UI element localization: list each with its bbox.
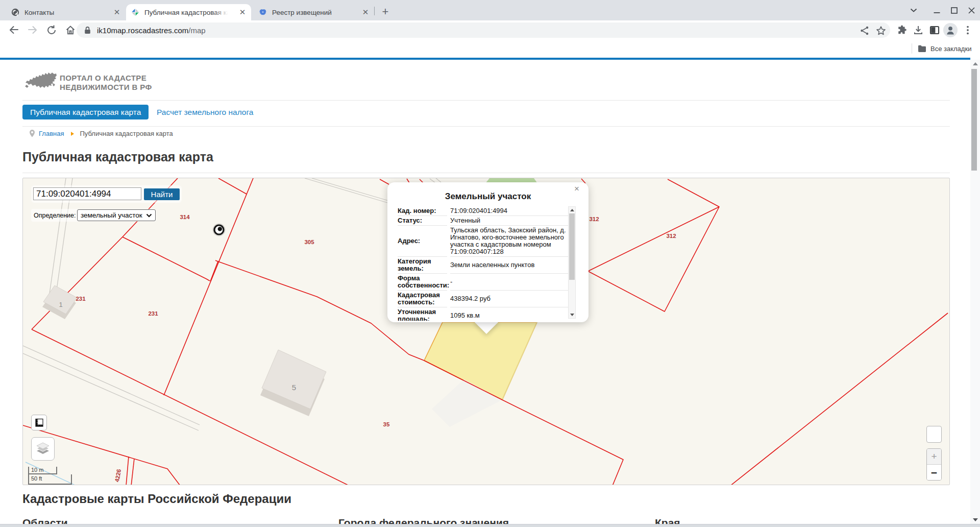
search-input[interactable] [33,187,141,200]
all-bookmarks-button[interactable]: Все закладки [918,40,971,58]
map-extra-button[interactable] [926,426,942,443]
measure-tool-button[interactable] [31,415,47,430]
parcel-label: 312 [589,216,599,222]
browser-menu-dots-icon[interactable] [960,22,976,38]
rosreestr-pinwheel-icon [131,8,139,16]
row-value: 71:09:020401:4994 [450,206,568,216]
parcel-label: 312 [666,233,676,239]
url-host: ik10map.roscadastres.com [97,26,188,35]
downloads-icon[interactable] [910,22,926,38]
parcel-label: 231 [148,310,158,317]
map-search-control: Найти [31,185,182,203]
row-value: - [450,274,568,291]
divider [22,126,950,127]
row-label: Адрес: [398,226,447,257]
side-panel-icon[interactable] [926,22,943,38]
definition-label: Определение: [34,212,76,219]
table-row: Адрес: Тульская область, Заокский район,… [398,226,568,257]
browser-tab-contacts[interactable]: Контакты ✕ [6,4,125,20]
window-menu-chevron-icon[interactable] [906,4,921,16]
window-minimize-icon[interactable] [929,4,944,16]
scale-metric: 10 m [28,467,57,474]
scrollbar-thumb[interactable] [971,69,977,171]
row-value: Земли населенных пунктов [450,257,568,274]
tab-close-icon[interactable]: ✕ [112,8,121,17]
table-row: Форма собственности: - [398,274,568,291]
back-icon[interactable] [6,22,22,38]
parcel-label: 231 [76,296,86,302]
row-label: Уточненная площадь: [398,307,447,321]
portal-title-line2: НЕДВИЖИМОСТИ В РФ [60,83,152,92]
window-close-icon[interactable] [964,4,979,16]
forward-icon[interactable] [24,22,41,38]
page-horizontal-scrollbar[interactable] [0,524,980,527]
row-value: Учтенный [450,216,568,226]
new-tab-button[interactable]: + [378,4,393,19]
tab-title: Реестр извещений [272,9,332,16]
search-button[interactable]: Найти [144,188,180,200]
globe-icon [11,8,19,16]
page-vertical-scrollbar[interactable] [970,60,980,524]
scroll-up-icon[interactable] [970,60,980,68]
layers-icon [35,442,51,456]
reload-icon[interactable] [43,22,60,38]
row-label: Форма собственности: [398,274,447,291]
table-row: Уточненная площадь: 1095 кв.м [398,307,568,321]
tab-separator [374,7,375,15]
scroll-down-icon[interactable] [569,312,575,318]
definition-control: Определение: земельный участок [31,209,156,222]
zoom-out-button[interactable]: − [927,465,941,481]
table-row: Кадастровая стоимость: 438394.2 руб [398,291,568,307]
tab-close-icon[interactable]: ✕ [238,8,247,17]
parcel-label: 35 [383,421,390,427]
portal-title-line1: ПОРТАЛ О КАДАСТРЕ [60,74,152,83]
row-label: Категория земель: [398,257,447,274]
buildings: 1 5 [42,285,326,416]
profile-avatar[interactable] [942,22,959,38]
tab-title: Контакты [24,9,54,16]
building-label: 1 [59,301,62,308]
folder-icon [918,45,926,53]
breadcrumb-home-link[interactable]: Главная [39,130,64,137]
table-row: Кад. номер: 71:09:020401:4994 [398,206,568,216]
browser-tab-registry[interactable]: Реестр извещений ✕ [254,4,373,20]
address-bar[interactable]: ik10map.roscadastres.com/map [77,22,890,38]
scroll-up-icon[interactable] [569,207,575,213]
layers-button[interactable] [31,437,55,461]
zoom-control: + − [926,448,942,481]
tab-title: Публичная кадастровая ка [144,9,228,16]
row-value: 1095 кв.м [450,307,568,321]
definition-select[interactable]: земельный участок [77,209,156,221]
tab-close-icon[interactable]: ✕ [361,8,370,17]
row-value: 438394.2 руб [450,291,568,307]
all-bookmarks-label: Все закладки [930,45,971,53]
page-title: Публичная кадастровая карта [22,150,213,164]
extensions-puzzle-icon[interactable] [894,22,910,38]
scale-imperial: 50 ft [28,474,72,485]
share-icon[interactable] [859,25,871,37]
breadcrumb: Главная Публичная кадастровая карта [29,129,173,138]
scrollbar-thumb[interactable] [569,213,575,280]
table-row: Категория земель: Земли населенных пункт… [398,257,568,274]
nav-tab-public-cadastral-map[interactable]: Публичная кадастровая карта [22,105,149,119]
ruler-icon [34,418,44,428]
nav-link-land-tax[interactable]: Расчет земельного налога [157,105,253,119]
browser-tab-strip: Контакты ✕ Публичная кадастровая ка ✕ Ре… [0,0,980,20]
portal-logo-russia-map [24,70,57,94]
cadastral-map[interactable]: 1 5 314 305 231 231 312 312 35 4226 [22,178,950,485]
building-label: 5 [292,383,296,392]
zoom-in-button[interactable]: + [927,449,941,465]
page-content: ПОРТАЛ О КАДАСТРЕ НЕДВИЖИМОСТИ В РФ Публ… [0,60,970,524]
row-value: Тульская область, Заокский район, д. Игн… [450,226,568,257]
popup-scrollbar[interactable] [568,206,576,319]
browser-tab-cadastre-map[interactable]: Публичная кадастровая ка ✕ [126,4,251,20]
row-label: Кад. номер: [398,206,447,216]
bookmark-star-icon[interactable] [875,25,887,37]
row-label: Кадастровая стоимость: [398,291,447,307]
eagle-icon [259,8,267,16]
scroll-down-icon[interactable] [970,516,980,524]
lock-icon [84,26,91,37]
window-maximize-icon[interactable] [946,4,962,16]
parcel-info-popup: × Земельный участок Кад. номер: 71:09:02… [387,182,589,322]
browser-toolbar: ik10map.roscadastres.com/map [0,20,980,40]
